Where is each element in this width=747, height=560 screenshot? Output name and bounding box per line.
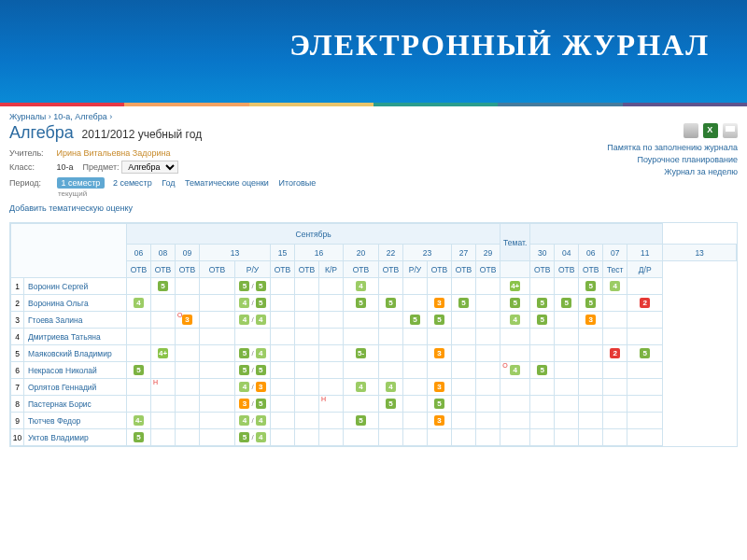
date-header[interactable]: 13: [200, 245, 271, 261]
grade-cell[interactable]: [452, 379, 476, 396]
grade-cell[interactable]: [627, 329, 663, 345]
student-name[interactable]: Воронина Ольга: [24, 295, 127, 312]
grade-cell[interactable]: [200, 329, 235, 345]
teacher-name[interactable]: Ирина Витальевна Задорина: [57, 148, 171, 158]
grade-cell[interactable]: [452, 278, 476, 295]
grade-cell[interactable]: [403, 345, 428, 362]
grade-cell[interactable]: 2: [627, 295, 663, 312]
grade-cell[interactable]: [176, 329, 200, 345]
grade-cell[interactable]: [295, 429, 319, 446]
grade-cell[interactable]: 5/4: [235, 429, 271, 446]
grade-cell[interactable]: [627, 362, 663, 379]
grade-cell[interactable]: [476, 429, 500, 446]
crumb-class[interactable]: 10-а, Алгебра: [53, 112, 106, 121]
grade-cell[interactable]: [319, 379, 344, 396]
grade-cell[interactable]: [403, 295, 428, 312]
grade-cell[interactable]: [603, 429, 627, 446]
grade-cell[interactable]: 4-: [127, 413, 151, 429]
grade-cell[interactable]: 4: [127, 295, 151, 312]
date-header[interactable]: 13: [663, 245, 737, 261]
grade-cell[interactable]: [271, 329, 295, 345]
grade-cell[interactable]: [176, 278, 200, 295]
grade-cell[interactable]: [379, 362, 403, 379]
grade-cell[interactable]: [344, 396, 379, 413]
grade-cell[interactable]: [579, 362, 603, 379]
student-name[interactable]: Воронин Сергей: [24, 278, 127, 295]
grade-cell[interactable]: [295, 295, 319, 312]
grade-cell[interactable]: 5: [428, 312, 452, 329]
grade-cell[interactable]: [603, 396, 627, 413]
grade-cell[interactable]: 5: [530, 362, 555, 379]
grade-cell[interactable]: О4: [500, 362, 530, 379]
grade-cell[interactable]: [379, 345, 403, 362]
grade-cell[interactable]: [579, 345, 603, 362]
grade-cell[interactable]: [200, 345, 235, 362]
period-link[interactable]: Итоговые: [278, 178, 316, 188]
excel-icon[interactable]: [703, 123, 718, 138]
grade-cell[interactable]: [452, 345, 476, 362]
grade-cell[interactable]: [200, 396, 235, 413]
grade-cell[interactable]: [452, 396, 476, 413]
grade-cell[interactable]: [452, 329, 476, 345]
grade-cell[interactable]: [176, 379, 200, 396]
grade-cell[interactable]: [603, 295, 627, 312]
grade-cell[interactable]: [271, 295, 295, 312]
date-header[interactable]: 30: [530, 245, 555, 261]
grade-cell[interactable]: Н: [151, 379, 176, 396]
grade-cell[interactable]: [555, 379, 579, 396]
grade-cell[interactable]: [200, 295, 235, 312]
student-name[interactable]: Некрасов Николай: [24, 362, 127, 379]
grade-cell[interactable]: 4+: [151, 345, 176, 362]
grade-cell[interactable]: 4: [379, 379, 403, 396]
grade-cell[interactable]: 5: [127, 362, 151, 379]
grade-cell[interactable]: 5: [127, 429, 151, 446]
period-link[interactable]: Тематические оценки: [185, 178, 269, 188]
grade-cell[interactable]: [603, 379, 627, 396]
grade-cell[interactable]: [403, 362, 428, 379]
grade-cell[interactable]: [555, 362, 579, 379]
grade-cell[interactable]: [530, 278, 555, 295]
grade-cell[interactable]: 5: [579, 278, 603, 295]
grade-cell[interactable]: [476, 312, 500, 329]
student-name[interactable]: Пастернак Борис: [24, 396, 127, 413]
grade-cell[interactable]: [476, 278, 500, 295]
grade-cell[interactable]: [379, 312, 403, 329]
grade-cell[interactable]: [271, 278, 295, 295]
grade-cell[interactable]: [176, 295, 200, 312]
subject-select[interactable]: Алгебра: [121, 161, 178, 174]
crumb-journals[interactable]: Журналы: [9, 112, 46, 121]
grade-cell[interactable]: [403, 429, 428, 446]
grade-cell[interactable]: [603, 312, 627, 329]
grade-cell[interactable]: [151, 362, 176, 379]
date-header[interactable]: 22: [379, 245, 403, 261]
grade-cell[interactable]: [379, 413, 403, 429]
grade-cell[interactable]: [271, 396, 295, 413]
grade-cell[interactable]: 5: [379, 295, 403, 312]
student-name[interactable]: Тютчев Федор: [24, 413, 127, 429]
student-name[interactable]: Орлятов Геннадий: [24, 379, 127, 396]
grade-cell[interactable]: [500, 396, 530, 413]
grade-cell[interactable]: [295, 278, 319, 295]
grade-cell[interactable]: 5: [403, 312, 428, 329]
help-link[interactable]: Памятка по заполнению журнала: [607, 142, 738, 154]
grade-cell[interactable]: [379, 329, 403, 345]
grade-cell[interactable]: [452, 312, 476, 329]
grade-cell[interactable]: [200, 278, 235, 295]
grade-cell[interactable]: [403, 396, 428, 413]
grade-cell[interactable]: [603, 362, 627, 379]
grade-cell[interactable]: 5/5: [235, 278, 271, 295]
print-icon[interactable]: [723, 123, 738, 138]
grade-cell[interactable]: [176, 345, 200, 362]
student-name[interactable]: Уктов Владимир: [24, 429, 127, 446]
grade-cell[interactable]: [579, 329, 603, 345]
grade-cell[interactable]: [627, 396, 663, 413]
grade-cell[interactable]: [271, 379, 295, 396]
grade-cell[interactable]: [319, 312, 344, 329]
grade-cell[interactable]: 4+: [500, 278, 530, 295]
grade-cell[interactable]: [271, 312, 295, 329]
date-header[interactable]: 04: [555, 245, 579, 261]
grade-cell[interactable]: 4: [500, 312, 530, 329]
grade-cell[interactable]: 4/3: [235, 379, 271, 396]
grade-cell[interactable]: [500, 379, 530, 396]
grade-cell[interactable]: [579, 429, 603, 446]
